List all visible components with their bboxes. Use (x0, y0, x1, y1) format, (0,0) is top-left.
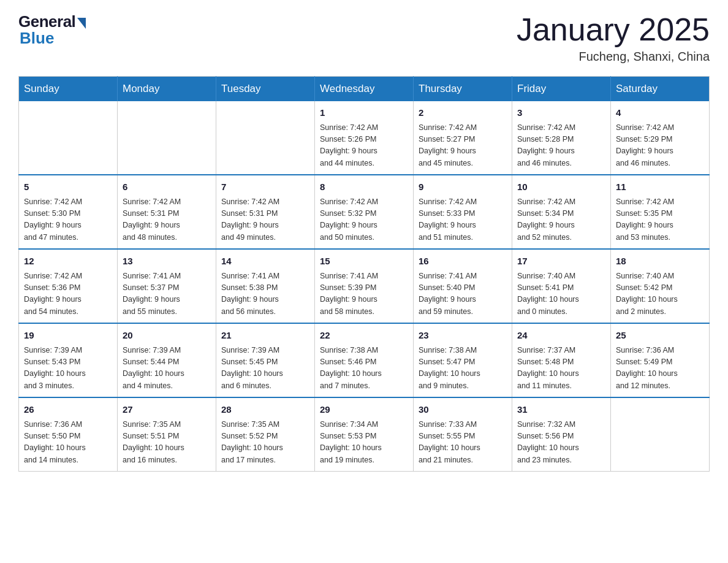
day-info: Sunrise: 7:37 AM Sunset: 5:48 PM Dayligh… (517, 345, 605, 393)
day-info: Sunrise: 7:42 AM Sunset: 5:31 PM Dayligh… (123, 196, 211, 244)
calendar-cell (611, 397, 710, 472)
day-info: Sunrise: 7:39 AM Sunset: 5:44 PM Dayligh… (123, 345, 211, 393)
calendar-week-2: 5Sunrise: 7:42 AM Sunset: 5:30 PM Daylig… (19, 175, 710, 249)
calendar-cell: 19Sunrise: 7:39 AM Sunset: 5:43 PM Dayli… (19, 323, 118, 397)
day-info: Sunrise: 7:38 AM Sunset: 5:47 PM Dayligh… (419, 345, 507, 393)
calendar-header: SundayMondayTuesdayWednesdayThursdayFrid… (19, 77, 710, 102)
day-number: 17 (517, 255, 605, 269)
calendar-cell: 11Sunrise: 7:42 AM Sunset: 5:35 PM Dayli… (611, 175, 710, 249)
day-number: 18 (616, 255, 704, 269)
day-info: Sunrise: 7:35 AM Sunset: 5:51 PM Dayligh… (123, 419, 211, 467)
day-number: 7 (221, 180, 309, 194)
title-section: January 2025 Fucheng, Shanxi, China (517, 12, 710, 64)
day-number: 5 (24, 180, 112, 194)
calendar-cell: 16Sunrise: 7:41 AM Sunset: 5:40 PM Dayli… (414, 249, 512, 323)
calendar-cell: 25Sunrise: 7:36 AM Sunset: 5:49 PM Dayli… (611, 323, 710, 397)
calendar-cell: 26Sunrise: 7:36 AM Sunset: 5:50 PM Dayli… (19, 397, 118, 472)
calendar-cell: 24Sunrise: 7:37 AM Sunset: 5:48 PM Dayli… (512, 323, 611, 397)
day-info: Sunrise: 7:39 AM Sunset: 5:45 PM Dayligh… (221, 345, 309, 393)
day-number: 29 (320, 403, 408, 417)
day-number: 16 (419, 255, 507, 269)
day-info: Sunrise: 7:41 AM Sunset: 5:38 PM Dayligh… (221, 270, 309, 318)
day-number: 20 (123, 329, 211, 343)
calendar-cell: 12Sunrise: 7:42 AM Sunset: 5:36 PM Dayli… (19, 249, 118, 323)
day-info: Sunrise: 7:35 AM Sunset: 5:52 PM Dayligh… (221, 419, 309, 467)
calendar-table: SundayMondayTuesdayWednesdayThursdayFrid… (18, 76, 710, 472)
day-info: Sunrise: 7:42 AM Sunset: 5:29 PM Dayligh… (616, 122, 704, 170)
day-info: Sunrise: 7:40 AM Sunset: 5:41 PM Dayligh… (517, 270, 605, 318)
calendar-cell: 21Sunrise: 7:39 AM Sunset: 5:45 PM Dayli… (216, 323, 315, 397)
day-number: 8 (320, 180, 408, 194)
day-info: Sunrise: 7:42 AM Sunset: 5:28 PM Dayligh… (517, 122, 605, 170)
day-number: 27 (123, 403, 211, 417)
day-info: Sunrise: 7:41 AM Sunset: 5:37 PM Dayligh… (123, 270, 211, 318)
day-number: 3 (517, 106, 605, 120)
day-info: Sunrise: 7:40 AM Sunset: 5:42 PM Dayligh… (616, 270, 704, 318)
day-info: Sunrise: 7:42 AM Sunset: 5:30 PM Dayligh… (24, 196, 112, 244)
logo-blue-text: Blue (18, 29, 54, 48)
calendar-cell: 2Sunrise: 7:42 AM Sunset: 5:27 PM Daylig… (414, 101, 512, 175)
calendar-cell: 6Sunrise: 7:42 AM Sunset: 5:31 PM Daylig… (118, 175, 216, 249)
day-info: Sunrise: 7:36 AM Sunset: 5:49 PM Dayligh… (616, 345, 704, 393)
calendar-week-4: 19Sunrise: 7:39 AM Sunset: 5:43 PM Dayli… (19, 323, 710, 397)
calendar-week-3: 12Sunrise: 7:42 AM Sunset: 5:36 PM Dayli… (19, 249, 710, 323)
day-info: Sunrise: 7:42 AM Sunset: 5:26 PM Dayligh… (320, 122, 408, 170)
day-info: Sunrise: 7:41 AM Sunset: 5:40 PM Dayligh… (419, 270, 507, 318)
day-number: 12 (24, 255, 112, 269)
calendar-cell: 31Sunrise: 7:32 AM Sunset: 5:56 PM Dayli… (512, 397, 611, 472)
day-number: 31 (517, 403, 605, 417)
calendar-cell: 9Sunrise: 7:42 AM Sunset: 5:33 PM Daylig… (414, 175, 512, 249)
day-number: 19 (24, 329, 112, 343)
day-info: Sunrise: 7:42 AM Sunset: 5:31 PM Dayligh… (221, 196, 309, 244)
calendar-cell (216, 101, 315, 175)
day-header-thursday: Thursday (414, 77, 512, 102)
day-info: Sunrise: 7:42 AM Sunset: 5:34 PM Dayligh… (517, 196, 605, 244)
location-text: Fucheng, Shanxi, China (517, 50, 710, 64)
day-info: Sunrise: 7:41 AM Sunset: 5:39 PM Dayligh… (320, 270, 408, 318)
day-number: 2 (419, 106, 507, 120)
day-number: 1 (320, 106, 408, 120)
calendar-cell: 7Sunrise: 7:42 AM Sunset: 5:31 PM Daylig… (216, 175, 315, 249)
day-header-saturday: Saturday (611, 77, 710, 102)
day-info: Sunrise: 7:34 AM Sunset: 5:53 PM Dayligh… (320, 419, 408, 467)
days-of-week-row: SundayMondayTuesdayWednesdayThursdayFrid… (19, 77, 710, 102)
day-number: 28 (221, 403, 309, 417)
calendar-cell: 18Sunrise: 7:40 AM Sunset: 5:42 PM Dayli… (611, 249, 710, 323)
day-info: Sunrise: 7:42 AM Sunset: 5:33 PM Dayligh… (419, 196, 507, 244)
day-info: Sunrise: 7:38 AM Sunset: 5:46 PM Dayligh… (320, 345, 408, 393)
day-number: 22 (320, 329, 408, 343)
day-info: Sunrise: 7:42 AM Sunset: 5:27 PM Dayligh… (419, 122, 507, 170)
day-number: 23 (419, 329, 507, 343)
calendar-cell: 4Sunrise: 7:42 AM Sunset: 5:29 PM Daylig… (611, 101, 710, 175)
calendar-cell: 14Sunrise: 7:41 AM Sunset: 5:38 PM Dayli… (216, 249, 315, 323)
calendar-cell: 20Sunrise: 7:39 AM Sunset: 5:44 PM Dayli… (118, 323, 216, 397)
day-number: 10 (517, 180, 605, 194)
calendar-cell: 3Sunrise: 7:42 AM Sunset: 5:28 PM Daylig… (512, 101, 611, 175)
calendar-cell: 10Sunrise: 7:42 AM Sunset: 5:34 PM Dayli… (512, 175, 611, 249)
calendar-cell: 1Sunrise: 7:42 AM Sunset: 5:26 PM Daylig… (315, 101, 414, 175)
day-number: 15 (320, 255, 408, 269)
calendar-cell: 27Sunrise: 7:35 AM Sunset: 5:51 PM Dayli… (118, 397, 216, 472)
day-info: Sunrise: 7:32 AM Sunset: 5:56 PM Dayligh… (517, 419, 605, 467)
calendar-cell: 8Sunrise: 7:42 AM Sunset: 5:32 PM Daylig… (315, 175, 414, 249)
calendar-cell: 22Sunrise: 7:38 AM Sunset: 5:46 PM Dayli… (315, 323, 414, 397)
calendar-cell (19, 101, 118, 175)
day-number: 26 (24, 403, 112, 417)
day-header-tuesday: Tuesday (216, 77, 315, 102)
day-header-wednesday: Wednesday (315, 77, 414, 102)
calendar-week-5: 26Sunrise: 7:36 AM Sunset: 5:50 PM Dayli… (19, 397, 710, 472)
calendar-cell: 30Sunrise: 7:33 AM Sunset: 5:55 PM Dayli… (414, 397, 512, 472)
month-title: January 2025 (517, 12, 710, 47)
day-info: Sunrise: 7:42 AM Sunset: 5:32 PM Dayligh… (320, 196, 408, 244)
day-info: Sunrise: 7:33 AM Sunset: 5:55 PM Dayligh… (419, 419, 507, 467)
calendar-cell: 17Sunrise: 7:40 AM Sunset: 5:41 PM Dayli… (512, 249, 611, 323)
day-number: 4 (616, 106, 704, 120)
day-number: 24 (517, 329, 605, 343)
day-info: Sunrise: 7:39 AM Sunset: 5:43 PM Dayligh… (24, 345, 112, 393)
calendar-cell: 29Sunrise: 7:34 AM Sunset: 5:53 PM Dayli… (315, 397, 414, 472)
day-number: 11 (616, 180, 704, 194)
calendar-cell: 13Sunrise: 7:41 AM Sunset: 5:37 PM Dayli… (118, 249, 216, 323)
day-header-monday: Monday (118, 77, 216, 102)
calendar-week-1: 1Sunrise: 7:42 AM Sunset: 5:26 PM Daylig… (19, 101, 710, 175)
calendar-cell: 28Sunrise: 7:35 AM Sunset: 5:52 PM Dayli… (216, 397, 315, 472)
